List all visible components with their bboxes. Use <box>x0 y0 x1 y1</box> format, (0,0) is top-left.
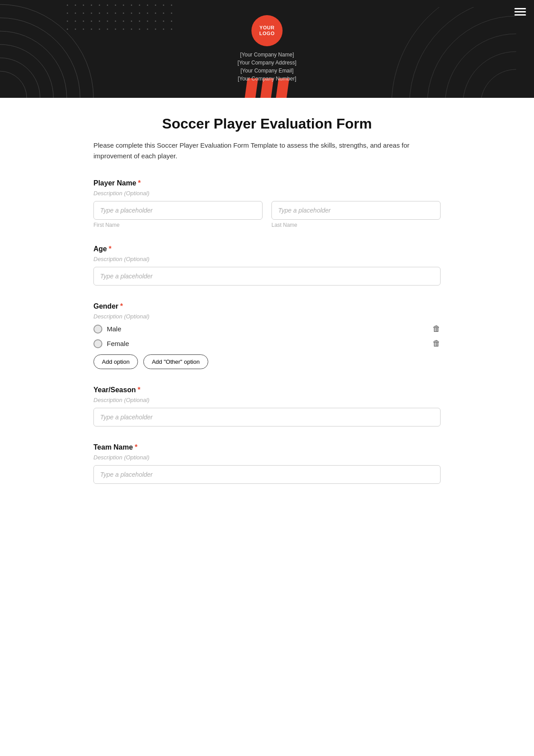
female-label: Female <box>107 340 129 347</box>
first-name-sublabel: First Name <box>93 222 263 228</box>
delete-male-button[interactable]: 🗑 <box>433 324 441 334</box>
required-indicator: * <box>138 386 140 394</box>
team-name-section: Team Name * Description (Optional) <box>93 443 441 484</box>
player-name-description: Description (Optional) <box>93 190 441 197</box>
required-indicator: * <box>135 443 138 451</box>
form-container: Soccer Player Evaluation Form Please com… <box>85 98 449 527</box>
required-indicator: * <box>138 179 141 187</box>
team-name-description: Description (Optional) <box>93 454 441 461</box>
menu-button[interactable] <box>514 8 526 16</box>
first-name-input[interactable] <box>93 201 263 220</box>
add-option-row: Add option Add "Other" option <box>93 354 441 369</box>
gender-label: Gender * <box>93 302 441 310</box>
svg-point-11 <box>392 7 516 98</box>
first-name-group: First Name <box>93 201 263 228</box>
svg-point-1 <box>0 58 40 98</box>
svg-point-7 <box>463 52 516 98</box>
add-option-button[interactable]: Add option <box>93 354 138 369</box>
male-label: Male <box>107 325 121 333</box>
year-season-description: Description (Optional) <box>93 397 441 403</box>
svg-point-8 <box>445 34 516 98</box>
company-email: [Your Company Email] <box>238 67 296 75</box>
age-label: Age * <box>93 245 441 253</box>
page-header: // Generate dots for (let i = 0; i < 56;… <box>0 0 534 98</box>
company-info-block: [Your Company Name] [Your Company Addres… <box>238 51 296 83</box>
dot-grid-decoration: // Generate dots for (let i = 0; i < 56;… <box>67 4 177 35</box>
add-other-option-button[interactable]: Add "Other" option <box>143 354 208 369</box>
company-number: [Your Company Number] <box>238 75 296 83</box>
svg-point-9 <box>427 16 516 98</box>
player-name-section: Player Name * Description (Optional) Fir… <box>93 179 441 228</box>
name-fields-row: First Name Last Name <box>93 201 441 228</box>
year-season-section: Year/Season * Description (Optional) <box>93 386 441 426</box>
year-season-input[interactable] <box>93 408 441 426</box>
gender-section: Gender * Description (Optional) Male 🗑 F… <box>93 302 441 369</box>
female-radio[interactable] <box>93 339 102 348</box>
company-logo: YOUR LOGO <box>251 15 283 46</box>
team-name-label: Team Name * <box>93 443 441 451</box>
gender-description: Description (Optional) <box>93 313 441 320</box>
decorative-arcs-right <box>383 7 516 98</box>
age-description: Description (Optional) <box>93 256 441 262</box>
form-title: Soccer Player Evaluation Form <box>93 116 441 132</box>
required-indicator: * <box>120 302 123 310</box>
delete-female-button[interactable]: 🗑 <box>433 339 441 348</box>
company-address: [Your Company Address] <box>238 59 296 67</box>
svg-point-2 <box>0 44 53 98</box>
player-name-label: Player Name * <box>93 179 441 187</box>
last-name-input[interactable] <box>271 201 441 220</box>
team-name-input[interactable] <box>93 465 441 484</box>
year-season-label: Year/Season * <box>93 386 441 394</box>
svg-point-10 <box>409 7 516 98</box>
gender-option-male: Male 🗑 <box>93 324 441 334</box>
last-name-group: Last Name <box>271 201 441 228</box>
svg-point-0 <box>0 71 27 98</box>
svg-point-6 <box>481 69 516 98</box>
gender-option-female: Female 🗑 <box>93 339 441 348</box>
logo-line2: LOGO <box>259 31 275 36</box>
last-name-sublabel: Last Name <box>271 222 441 228</box>
required-indicator: * <box>109 245 111 253</box>
age-section: Age * Description (Optional) <box>93 245 441 286</box>
male-radio[interactable] <box>93 325 102 334</box>
logo-line1: YOUR <box>259 25 275 31</box>
age-input[interactable] <box>93 267 441 286</box>
company-name: [Your Company Name] <box>238 51 296 59</box>
form-description: Please complete this Soccer Player Evalu… <box>93 140 441 161</box>
